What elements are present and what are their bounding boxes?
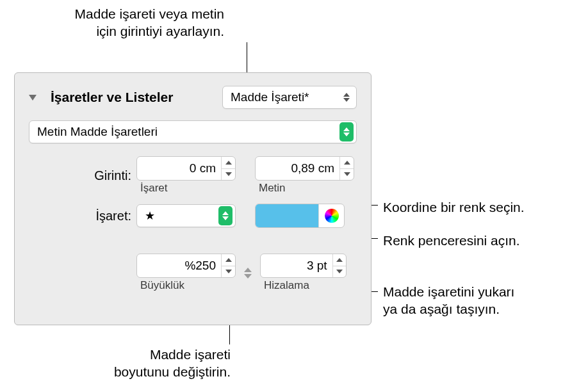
callout-size: Madde işareti boyutunu değiştirin. bbox=[90, 346, 231, 381]
stepper-up-icon[interactable] bbox=[222, 157, 235, 168]
marker-row: İşaret: ★ bbox=[29, 204, 357, 228]
align-stepper[interactable] bbox=[332, 254, 346, 277]
text-indent-stepper[interactable] bbox=[339, 157, 354, 180]
chevron-up-down-icon bbox=[218, 206, 233, 225]
bullet-indent-sublabel: İşaret bbox=[136, 182, 236, 195]
chevron-up-down-icon bbox=[339, 93, 354, 102]
bullet-indent-input[interactable] bbox=[137, 157, 221, 180]
color-wheel-button[interactable] bbox=[318, 204, 344, 227]
callout-color-coordinate: Koordine bir renk seçin. bbox=[383, 198, 525, 216]
align-field[interactable] bbox=[260, 254, 347, 278]
align-sublabel: Hizalama bbox=[260, 279, 347, 292]
bullet-indent-field[interactable] bbox=[136, 156, 236, 181]
indent-label: Girinti: bbox=[29, 168, 136, 183]
stepper-down-icon[interactable] bbox=[333, 266, 346, 278]
text-indent-sublabel: Metin bbox=[255, 182, 354, 195]
indent-row: Girinti: İşaret bbox=[29, 156, 357, 195]
color-swatch[interactable] bbox=[256, 204, 318, 227]
bullet-indent-stepper[interactable] bbox=[221, 157, 235, 180]
size-sublabel: Büyüklük bbox=[136, 279, 236, 292]
panel-header-row: İşaretler ve Listeler Madde İşareti* bbox=[29, 86, 357, 109]
text-indent-input[interactable] bbox=[256, 157, 339, 180]
color-well bbox=[255, 204, 345, 228]
size-input[interactable] bbox=[137, 254, 221, 277]
stepper-up-icon[interactable] bbox=[222, 254, 235, 266]
callout-color-window: Renk penceresini açın. bbox=[383, 232, 520, 249]
stepper-up-icon[interactable] bbox=[340, 157, 354, 168]
star-icon: ★ bbox=[145, 209, 155, 223]
stepper-down-icon[interactable] bbox=[340, 168, 354, 181]
stepper-down-icon[interactable] bbox=[222, 168, 235, 181]
disclosure-triangle-icon[interactable] bbox=[29, 95, 37, 101]
callout-indent: Madde işareti veya metin için girintiyi … bbox=[38, 5, 224, 40]
stepper-up-icon[interactable] bbox=[333, 254, 346, 266]
vertical-drag-icon[interactable] bbox=[241, 263, 255, 282]
bullet-type-value: Metin Madde İşaretleri bbox=[37, 125, 158, 139]
align-input[interactable] bbox=[261, 254, 332, 277]
list-style-value: Madde İşareti* bbox=[231, 90, 309, 104]
marker-glyph-popup[interactable]: ★ bbox=[136, 204, 236, 227]
bullets-lists-panel: İşaretler ve Listeler Madde İşareti* Met… bbox=[14, 72, 372, 325]
color-wheel-icon bbox=[325, 209, 339, 223]
bullet-type-popup[interactable]: Metin Madde İşaretleri bbox=[29, 120, 357, 143]
text-indent-field[interactable] bbox=[255, 156, 354, 181]
stepper-down-icon[interactable] bbox=[222, 266, 235, 278]
chevron-up-down-icon bbox=[339, 122, 354, 141]
size-stepper[interactable] bbox=[221, 254, 235, 277]
size-field[interactable] bbox=[136, 254, 236, 278]
list-style-popup[interactable]: Madde İşareti* bbox=[222, 86, 357, 109]
size-align-row: Büyüklük Hizalama bbox=[29, 254, 357, 292]
marker-label: İşaret: bbox=[29, 209, 136, 223]
section-title: İşaretler ve Listeler bbox=[51, 90, 173, 105]
callout-align: Madde işaretini yukarı ya da aşağı taşıy… bbox=[383, 283, 514, 318]
